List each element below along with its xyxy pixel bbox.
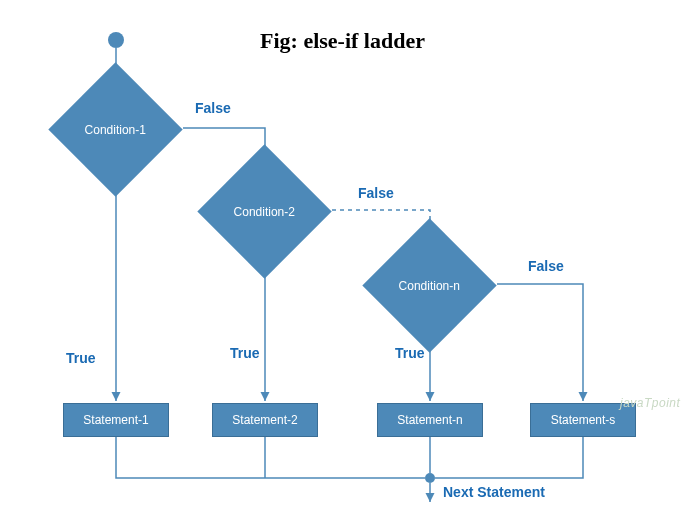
condition-1-label: Condition-1: [85, 123, 146, 137]
watermark-text: javaTpoint: [620, 396, 680, 410]
next-statement-label: Next Statement: [443, 484, 545, 500]
condition-1-node: Condition-1: [48, 62, 182, 196]
false-label-1: False: [195, 100, 231, 116]
statement-n-label: Statement-n: [397, 413, 462, 427]
statement-n-node: Statement-n: [377, 403, 483, 437]
svg-point-4: [425, 473, 435, 483]
true-label-n: True: [395, 345, 425, 361]
true-label-2: True: [230, 345, 260, 361]
start-node: [108, 32, 124, 48]
false-label-n: False: [528, 258, 564, 274]
condition-2-node: Condition-2: [197, 144, 331, 278]
condition-2-label: Condition-2: [234, 205, 295, 219]
statement-1-node: Statement-1: [63, 403, 169, 437]
statement-2-node: Statement-2: [212, 403, 318, 437]
condition-n-label: Condition-n: [399, 279, 460, 293]
condition-n-node: Condition-n: [362, 218, 496, 352]
figure-title: Fig: else-if ladder: [260, 28, 425, 54]
statement-1-label: Statement-1: [83, 413, 148, 427]
statement-2-label: Statement-2: [232, 413, 297, 427]
statement-s-label: Statement-s: [551, 413, 616, 427]
false-label-2: False: [358, 185, 394, 201]
true-label-1: True: [66, 350, 96, 366]
